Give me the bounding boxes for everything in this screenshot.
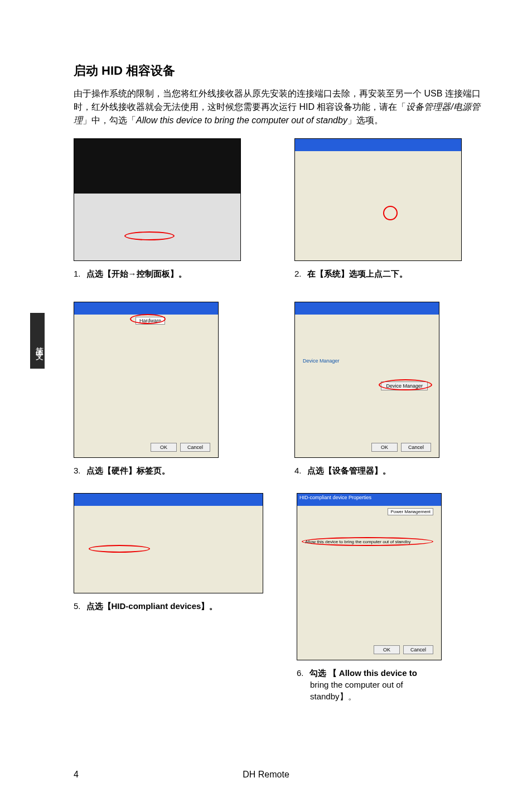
step-6-num: 6. bbox=[297, 668, 304, 678]
screenshot-hid-properties-power-management: HID-compliant device Properties Power Ma… bbox=[297, 493, 442, 660]
device-manager-heading: Device Manager bbox=[303, 358, 340, 364]
step-6-line1: 勾选 【 Allow this device to bbox=[309, 668, 417, 678]
step-4-text: 点选【设备管理器】。 bbox=[307, 466, 391, 475]
screenshot-control-panel-system bbox=[294, 138, 462, 261]
step-2-num: 2. bbox=[294, 269, 302, 278]
screenshot-device-manager-tree bbox=[74, 493, 263, 593]
step-5-caption: 5.点选【HID-compliant devices】。 bbox=[74, 600, 263, 612]
section-heading: 启动 HID 相容设备 bbox=[74, 62, 482, 79]
step-6-line2: bring the computer out of bbox=[310, 679, 403, 690]
step-2-text: 在【系统】选项上点二下。 bbox=[307, 269, 408, 278]
screenshot-system-properties-device-manager: Device Manager Device Manager Cancel OK bbox=[294, 302, 439, 458]
step-4-caption: 4.点选【设备管理器】。 bbox=[294, 465, 482, 476]
cancel-button-sc6: Cancel bbox=[403, 645, 433, 654]
step-3-text: 点选【硬件】标签页。 bbox=[86, 466, 170, 475]
intro-paragraph: 由于操作系统的限制，当您将红外线接收器从原先安装的连接端口去除，再安装至另一个 … bbox=[74, 87, 482, 127]
step-3-caption: 3.点选【硬件】标签页。 bbox=[74, 465, 261, 476]
page-number: 4 bbox=[74, 770, 79, 780]
step-5-num: 5. bbox=[74, 601, 81, 611]
cancel-button-sc4: Cancel bbox=[401, 443, 431, 452]
cancel-button-sc3: Cancel bbox=[180, 443, 210, 452]
intro-italic-2: Allow this device to bring the computer … bbox=[136, 115, 347, 125]
step-1-text: 点选【开始→控制面板】。 bbox=[86, 269, 187, 278]
screenshot-start-menu bbox=[74, 138, 241, 261]
ok-button-sc4: OK bbox=[371, 443, 398, 452]
ok-button-sc6: OK bbox=[374, 645, 400, 654]
hid-window-title: HID-compliant device Properties bbox=[297, 494, 441, 506]
power-management-tab-label: Power Management bbox=[388, 508, 433, 515]
step-5-text: 点选【HID-compliant devices】。 bbox=[86, 601, 218, 611]
step-6-caption: 6.勾选 【 Allow this device to bring the co… bbox=[297, 667, 482, 702]
intro-text-suf: 」选项。 bbox=[347, 115, 383, 125]
ok-button-sc3: OK bbox=[151, 443, 177, 452]
screenshot-system-properties-hardware-tab: Hardware Cancel OK bbox=[74, 302, 219, 458]
step-6-line3: standby】。 bbox=[310, 690, 356, 702]
step-1-num: 1. bbox=[74, 269, 81, 278]
doc-title-footer: DH Remote bbox=[243, 770, 289, 780]
step-1-caption: 1.点选【开始→控制面板】。 bbox=[74, 268, 261, 279]
step-4-num: 4. bbox=[294, 466, 302, 475]
side-language-tab: 简体中文 bbox=[30, 313, 45, 369]
intro-text-mid: 」中，勾选「 bbox=[83, 115, 136, 125]
step-2-caption: 2.在【系统】选项上点二下。 bbox=[294, 268, 482, 279]
step-3-num: 3. bbox=[74, 466, 81, 475]
